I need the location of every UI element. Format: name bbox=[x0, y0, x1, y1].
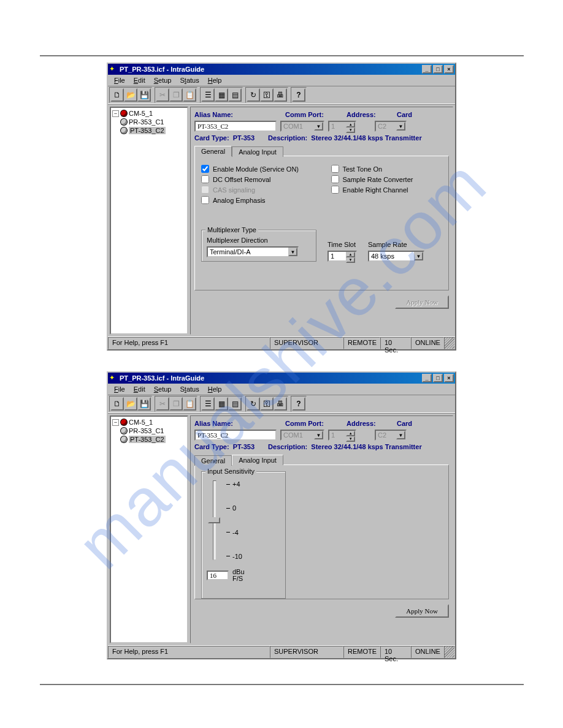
sample-rate-converter-checkbox[interactable]: Sample Rate Converter bbox=[331, 175, 443, 183]
menu-edit[interactable]: Edit bbox=[130, 77, 149, 84]
multiplexer-direction-combo[interactable]: Terminal/DI-A ▼ bbox=[207, 246, 299, 257]
chevron-down-icon[interactable]: ▼ bbox=[396, 122, 405, 131]
tab-analog-input[interactable]: Analog Input bbox=[232, 455, 283, 465]
open-button[interactable]: 📂 bbox=[124, 397, 137, 411]
comm-port-combo[interactable]: COM1 ▼ bbox=[280, 121, 324, 132]
paste-button[interactable]: 📋 bbox=[183, 88, 196, 102]
tool-btn-3[interactable]: ▤ bbox=[228, 397, 242, 411]
save-button[interactable]: 💾 bbox=[137, 88, 151, 102]
sample-rate-combo[interactable]: 48 ksps ▼ bbox=[368, 251, 424, 262]
paste-button[interactable]: 📋 bbox=[183, 397, 196, 411]
card-combo[interactable]: C2 ▼ bbox=[375, 430, 407, 441]
menu-setup[interactable]: Setup bbox=[150, 77, 175, 84]
chevron-down-icon[interactable]: ▼ bbox=[396, 431, 405, 439]
copy-button[interactable]: ❐ bbox=[169, 88, 183, 102]
slider-thumb-icon[interactable] bbox=[208, 517, 220, 523]
menu-status[interactable]: Status bbox=[176, 77, 202, 84]
titlebar[interactable]: ✦ PT_PR-353.icf - IntraGuide _ □ × bbox=[108, 64, 455, 75]
refresh-button[interactable]: ↻ bbox=[247, 88, 260, 102]
new-button[interactable]: 🗋 bbox=[110, 88, 124, 102]
titlebar[interactable]: ✦ PT_PR-353.icf - IntraGuide _ □ × bbox=[108, 373, 455, 384]
cut-button[interactable]: ✂ bbox=[156, 397, 169, 411]
tool-btn-2[interactable]: ▦ bbox=[215, 88, 228, 102]
time-slot-spinner[interactable]: 1 ▲▼ bbox=[327, 251, 357, 262]
apply-now-button[interactable]: Apply Now bbox=[395, 604, 449, 618]
close-button[interactable]: × bbox=[444, 374, 454, 382]
connect-button[interactable]: ⚿ bbox=[260, 397, 274, 411]
status-role: SUPERVISOR bbox=[270, 337, 343, 349]
analog-emphasis-checkbox[interactable]: Analog Emphasis bbox=[201, 196, 313, 204]
tool-btn-1[interactable]: ☰ bbox=[201, 88, 215, 102]
cut-button[interactable]: ✂ bbox=[156, 88, 169, 102]
print-button[interactable]: 🖶 bbox=[274, 397, 287, 411]
tree-child[interactable]: PR-353_C1 bbox=[121, 118, 186, 126]
menu-setup[interactable]: Setup bbox=[150, 385, 175, 393]
address-spinner[interactable]: 1 ▲▼ bbox=[328, 430, 356, 441]
spin-down-icon[interactable]: ▼ bbox=[346, 257, 355, 263]
spin-down-icon[interactable]: ▼ bbox=[346, 127, 355, 133]
open-button[interactable]: 📂 bbox=[124, 88, 137, 102]
tab-general[interactable]: General bbox=[194, 455, 232, 466]
resize-grip-icon[interactable] bbox=[444, 337, 455, 349]
menu-file[interactable]: File bbox=[110, 77, 129, 84]
spin-down-icon[interactable]: ▼ bbox=[346, 436, 355, 442]
enable-module-checkbox[interactable]: Enable Module (Service ON) bbox=[201, 165, 313, 173]
unit-fs-label: F/S bbox=[232, 575, 245, 582]
help-button[interactable]: ? bbox=[292, 88, 305, 102]
menu-help[interactable]: Help bbox=[204, 385, 226, 393]
window-title: PT_PR-353.icf - IntraGuide bbox=[120, 374, 421, 382]
sensitivity-value-input[interactable] bbox=[207, 571, 229, 580]
dc-offset-checkbox[interactable]: DC Offset Removal bbox=[201, 175, 313, 183]
tab-analog-input[interactable]: Analog Input bbox=[232, 146, 283, 157]
new-button[interactable]: 🗋 bbox=[110, 397, 124, 411]
save-button[interactable]: 💾 bbox=[137, 397, 151, 411]
chevron-down-icon[interactable]: ▼ bbox=[314, 122, 323, 131]
tree-child-selected[interactable]: PT-353_C2 bbox=[121, 435, 186, 444]
tab-general[interactable]: General bbox=[194, 146, 232, 156]
tree-child-selected[interactable]: PT-353_C2 bbox=[121, 126, 186, 135]
menu-edit[interactable]: Edit bbox=[130, 385, 149, 393]
comm-port-combo[interactable]: COM1 ▼ bbox=[280, 430, 324, 441]
spin-up-icon[interactable]: ▲ bbox=[346, 431, 355, 436]
minimize-button[interactable]: _ bbox=[422, 374, 432, 382]
menu-file[interactable]: File bbox=[110, 385, 129, 393]
tool-btn-2[interactable]: ▦ bbox=[215, 397, 228, 411]
spin-up-icon[interactable]: ▲ bbox=[346, 122, 355, 127]
collapse-icon[interactable]: − bbox=[112, 419, 119, 426]
refresh-button[interactable]: ↻ bbox=[247, 397, 260, 411]
tool-btn-3[interactable]: ▤ bbox=[228, 88, 242, 102]
tree-root[interactable]: − CM-5_1 bbox=[112, 109, 186, 118]
menu-status[interactable]: Status bbox=[176, 385, 202, 393]
address-spinner[interactable]: 1 ▲▼ bbox=[328, 121, 356, 132]
alias-name-input[interactable] bbox=[194, 121, 277, 132]
chevron-down-icon[interactable]: ▼ bbox=[414, 252, 423, 260]
input-sensitivity-legend: Input Sensitivity bbox=[205, 468, 256, 475]
close-button[interactable]: × bbox=[444, 65, 454, 74]
maximize-button[interactable]: □ bbox=[433, 65, 443, 74]
card-combo[interactable]: C2 ▼ bbox=[375, 121, 407, 132]
collapse-icon[interactable]: − bbox=[112, 110, 119, 117]
sensitivity-slider[interactable] bbox=[207, 480, 221, 560]
test-tone-checkbox[interactable]: Test Tone On bbox=[331, 165, 443, 173]
help-button[interactable]: ? bbox=[292, 397, 305, 411]
print-button[interactable]: 🖶 bbox=[274, 88, 287, 102]
apply-now-button[interactable]: Apply Now bbox=[395, 295, 449, 309]
alias-name-input[interactable] bbox=[194, 430, 277, 441]
tool-btn-1[interactable]: ☰ bbox=[201, 397, 215, 411]
device-tree[interactable]: − CM-5_1 PR-353_C1 PT-353_C2 bbox=[110, 107, 188, 335]
tree-child[interactable]: PR-353_C1 bbox=[121, 427, 186, 435]
chevron-down-icon[interactable]: ▼ bbox=[314, 431, 323, 439]
chevron-down-icon[interactable]: ▼ bbox=[288, 248, 297, 256]
copy-button[interactable]: ❐ bbox=[169, 397, 183, 411]
tick-line-icon bbox=[226, 484, 230, 485]
device-tree[interactable]: − CM-5_1 PR-353_C1 PT-353_C2 bbox=[110, 415, 188, 643]
resize-grip-icon[interactable] bbox=[444, 646, 455, 658]
spin-up-icon[interactable]: ▲ bbox=[346, 252, 355, 257]
status-dot-red-icon bbox=[121, 110, 127, 116]
menu-help[interactable]: Help bbox=[204, 77, 226, 84]
tree-root[interactable]: − CM-5_1 bbox=[112, 418, 186, 427]
minimize-button[interactable]: _ bbox=[422, 65, 432, 74]
connect-button[interactable]: ⚿ bbox=[260, 88, 274, 102]
maximize-button[interactable]: □ bbox=[433, 374, 443, 382]
enable-right-channel-checkbox[interactable]: Enable Right Channel bbox=[331, 186, 443, 194]
